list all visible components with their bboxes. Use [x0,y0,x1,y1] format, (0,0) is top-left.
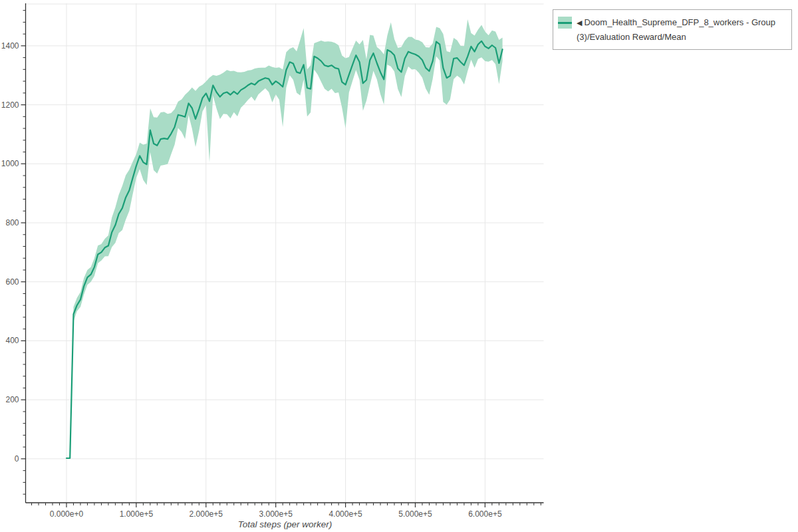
y-tick-label: 0 [15,454,19,464]
x-tick-label: 3.000e+5 [259,509,293,519]
collapse-arrow-icon[interactable]: ◀ [577,19,582,27]
legend-entry[interactable]: ◀Doom_Health_Supreme_DFP_8_workers - Gro… [558,15,786,44]
x-axis-title: Total steps (per worker) [26,519,544,529]
x-tick-label: 6.000e+5 [468,509,502,519]
reward-chart[interactable]: 0.000e+01.000e+52.000e+53.000e+54.000e+5… [0,0,798,532]
y-tick-label: 400 [5,336,19,345]
y-tick-label: 1200 [1,100,19,110]
x-tick-label: 4.000e+5 [329,509,362,519]
y-tick-label: 1000 [1,159,19,168]
y-tick-label: 800 [5,218,19,227]
y-tick-label: 200 [5,395,19,404]
plot-page: { "colors": { "line": "#1b9e77", "band":… [0,0,798,532]
series-color-swatch [558,17,572,29]
legend-entry-label: ◀Doom_Health_Supreme_DFP_8_workers - Gro… [577,15,786,44]
series-name: Doom_Health_Supreme_DFP_8_workers - Grou… [577,17,775,42]
y-tick-label: 1400 [1,41,19,51]
series-band [66,19,503,459]
x-tick-label: 1.000e+5 [120,509,154,519]
series-line-swatch [558,22,572,24]
y-tick-label: 600 [5,277,19,287]
x-tick-label: 2.000e+5 [190,509,223,519]
x-tick-label: 0.000e+0 [50,509,84,519]
legend: ◀Doom_Health_Supreme_DFP_8_workers - Gro… [553,9,792,50]
x-tick-label: 5.000e+5 [398,509,432,519]
